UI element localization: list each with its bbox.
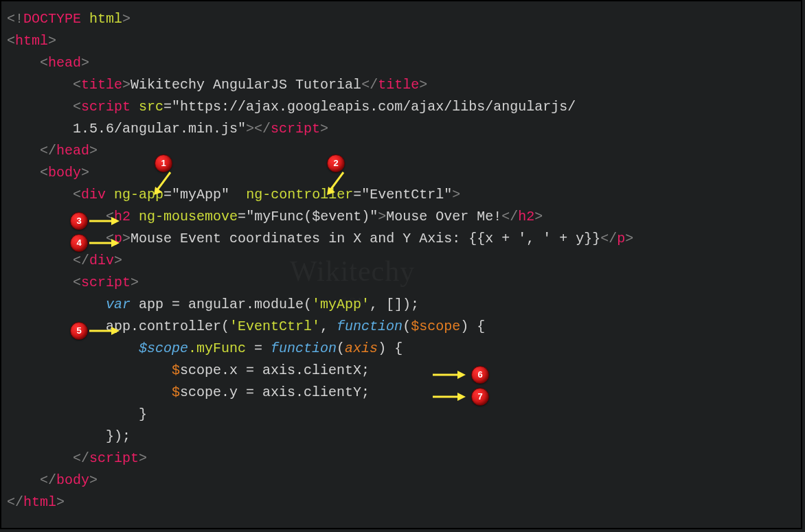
annotation-badge-3: 3 <box>70 212 88 230</box>
code-line: <div ng-app="myApp" ng-controller="Event… <box>7 184 795 206</box>
watermark-sub: .COM <box>290 294 415 310</box>
code-line: </script> <box>7 448 795 470</box>
annotation-badge-1: 1 <box>155 154 172 172</box>
code-line: </body> <box>7 470 795 491</box>
code-line: <p>Mouse Event coordinates in X and Y Ax… <box>7 228 795 250</box>
code-line: <script src="https://ajax.googleapis.com… <box>7 96 795 118</box>
code-line: <h2 ng-mousemove="myFunc($event)">Mouse … <box>7 206 795 228</box>
annotation-badge-4: 4 <box>70 234 88 252</box>
code-line: }); <box>7 426 795 448</box>
watermark: Wikitechy .COM <box>290 248 415 310</box>
code-line: $scope.y = axis.clientY; <box>7 382 795 404</box>
code-line: </head> <box>7 140 795 162</box>
code-line: } <box>7 404 795 426</box>
code-line: <title>Wikitechy AngularJS Tutorial</tit… <box>7 74 795 96</box>
code-line: $scope.myFunc = function(axis) { <box>7 338 795 360</box>
annotation-badge-6: 6 <box>471 366 489 384</box>
annotation-badge-2: 2 <box>327 154 345 172</box>
code-line: <body> <box>7 162 795 184</box>
code-line: app.controller('EventCtrl', function($sc… <box>7 316 795 338</box>
annotation-badge-7: 7 <box>471 388 489 406</box>
code-line: <!DOCTYPE html> <box>7 8 795 30</box>
annotation-badge-5: 5 <box>70 322 88 340</box>
code-line: $scope.x = axis.clientX; <box>7 360 795 382</box>
code-editor: Wikitechy .COM <!DOCTYPE html> <html> <h… <box>0 0 802 529</box>
watermark-text: Wikitechy <box>290 255 415 287</box>
code-line: </html> <box>7 491 795 513</box>
code-line: <html> <box>7 30 795 52</box>
code-line: 1.5.6/angular.min.js"></script> <box>7 118 795 140</box>
code-line: <head> <box>7 52 795 74</box>
